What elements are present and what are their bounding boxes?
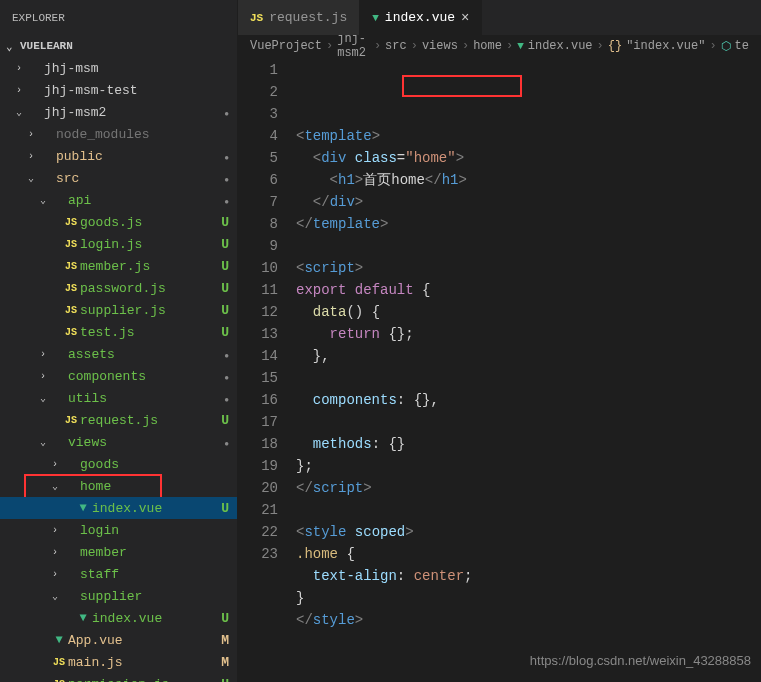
code-line[interactable]: methods: {} bbox=[296, 433, 761, 455]
code-line[interactable]: <div class="home"> bbox=[296, 147, 761, 169]
code-line[interactable] bbox=[296, 235, 761, 257]
tree-item-jhj-msm[interactable]: ›jhj-msm bbox=[0, 57, 237, 79]
git-status-badge bbox=[213, 369, 229, 384]
tree-item-main-js[interactable]: JSmain.jsM bbox=[0, 651, 237, 673]
tree-item-public[interactable]: ›public bbox=[0, 145, 237, 167]
tab-index-vue[interactable]: ▼index.vue× bbox=[360, 0, 482, 35]
project-header[interactable]: ⌄ VUELEARN bbox=[0, 35, 237, 57]
tree-item-label: views bbox=[68, 435, 213, 450]
tree-item-staff[interactable]: ›staff bbox=[0, 563, 237, 585]
tree-item-label: goods.js bbox=[80, 215, 213, 230]
chevron-down-icon: ⌄ bbox=[36, 436, 50, 448]
code-line[interactable]: return {}; bbox=[296, 323, 761, 345]
tree-item-label: components bbox=[68, 369, 213, 384]
chevron-right-icon: › bbox=[36, 349, 50, 360]
breadcrumb-tail[interactable]: te bbox=[735, 39, 749, 53]
tree-item-label: index.vue bbox=[92, 501, 213, 516]
code-line[interactable]: <template> bbox=[296, 125, 761, 147]
code-line[interactable]: <style scoped> bbox=[296, 521, 761, 543]
line-number: 17 bbox=[238, 411, 278, 433]
git-status-badge: U bbox=[213, 303, 229, 318]
chevron-right-icon: › bbox=[36, 371, 50, 382]
tree-item-request-js[interactable]: JSrequest.jsU bbox=[0, 409, 237, 431]
code-line[interactable]: }; bbox=[296, 455, 761, 477]
tree-item-login-js[interactable]: JSlogin.jsU bbox=[0, 233, 237, 255]
code-line[interactable]: export default { bbox=[296, 279, 761, 301]
tree-item-label: supplier bbox=[80, 589, 213, 604]
chevron-down-icon: ⌄ bbox=[24, 172, 38, 184]
tree-item-label: src bbox=[56, 171, 213, 186]
breadcrumb-part[interactable]: VueProject bbox=[250, 39, 322, 53]
line-number: 3 bbox=[238, 103, 278, 125]
tree-item-goods-js[interactable]: JSgoods.jsU bbox=[0, 211, 237, 233]
git-status-badge bbox=[213, 391, 229, 406]
vue-file-icon: ▼ bbox=[74, 611, 92, 625]
code-line[interactable]: </script> bbox=[296, 477, 761, 499]
tree-item-member[interactable]: ›member bbox=[0, 541, 237, 563]
code-line[interactable]: <h1>首页home</h1> bbox=[296, 169, 761, 191]
git-status-badge: U bbox=[213, 215, 229, 230]
code-line[interactable]: components: {}, bbox=[296, 389, 761, 411]
code-line[interactable]: </div> bbox=[296, 191, 761, 213]
code-line[interactable] bbox=[296, 367, 761, 389]
tree-item-permission-js[interactable]: JSpermission.jsU bbox=[0, 673, 237, 682]
tree-item-node_modules[interactable]: ›node_modules bbox=[0, 123, 237, 145]
breadcrumb-part[interactable]: jhj-msm2 bbox=[337, 35, 370, 57]
breadcrumb[interactable]: VueProject›jhj-msm2›src›views›home›▼inde… bbox=[238, 35, 761, 57]
tree-item-supplier[interactable]: ⌄supplier bbox=[0, 585, 237, 607]
tree-item-home[interactable]: ⌄home bbox=[0, 475, 237, 497]
tree-item-utils[interactable]: ⌄utils bbox=[0, 387, 237, 409]
tree-item-views[interactable]: ⌄views bbox=[0, 431, 237, 453]
editor-tabs: JSrequest.js▼index.vue× bbox=[238, 0, 761, 35]
chevron-right-icon: › bbox=[411, 39, 418, 53]
breadcrumb-part[interactable]: home bbox=[473, 39, 502, 53]
chevron-right-icon: › bbox=[24, 151, 38, 162]
tree-item-index-vue[interactable]: ▼index.vueU bbox=[0, 497, 237, 519]
chevron-right-icon: › bbox=[48, 569, 62, 580]
tree-item-goods[interactable]: ›goods bbox=[0, 453, 237, 475]
tree-item-supplier-js[interactable]: JSsupplier.jsU bbox=[0, 299, 237, 321]
chevron-right-icon: › bbox=[374, 39, 381, 53]
git-status-badge: U bbox=[213, 325, 229, 340]
code-line[interactable]: text-align: center; bbox=[296, 565, 761, 587]
tab-request-js[interactable]: JSrequest.js bbox=[238, 0, 360, 35]
breadcrumb-file[interactable]: index.vue bbox=[528, 39, 593, 53]
line-number: 21 bbox=[238, 499, 278, 521]
code-line[interactable]: </style> bbox=[296, 609, 761, 631]
code-line[interactable]: }, bbox=[296, 345, 761, 367]
chevron-down-icon: ⌄ bbox=[36, 194, 50, 206]
tree-item-assets[interactable]: ›assets bbox=[0, 343, 237, 365]
tree-item-App-vue[interactable]: ▼App.vueM bbox=[0, 629, 237, 651]
close-icon[interactable]: × bbox=[461, 10, 469, 26]
git-status-badge: M bbox=[213, 655, 229, 670]
tree-item-label: api bbox=[68, 193, 213, 208]
tree-item-member-js[interactable]: JSmember.jsU bbox=[0, 255, 237, 277]
tree-item-jhj-msm-test[interactable]: ›jhj-msm-test bbox=[0, 79, 237, 101]
line-number: 14 bbox=[238, 345, 278, 367]
code-line[interactable] bbox=[296, 499, 761, 521]
breadcrumb-part[interactable]: src bbox=[385, 39, 407, 53]
code-line[interactable] bbox=[296, 411, 761, 433]
chevron-right-icon: › bbox=[48, 547, 62, 558]
code-line[interactable]: data() { bbox=[296, 301, 761, 323]
code-line[interactable]: .home { bbox=[296, 543, 761, 565]
tree-item-jhj-msm2[interactable]: ⌄jhj-msm2 bbox=[0, 101, 237, 123]
tree-item-label: jhj-msm bbox=[44, 61, 213, 76]
code-line[interactable]: </template> bbox=[296, 213, 761, 235]
chevron-down-icon: ⌄ bbox=[48, 590, 62, 602]
tree-item-index-vue[interactable]: ▼index.vueU bbox=[0, 607, 237, 629]
git-status-badge bbox=[213, 193, 229, 208]
code-line[interactable]: <script> bbox=[296, 257, 761, 279]
line-number: 2 bbox=[238, 81, 278, 103]
tree-item-test-js[interactable]: JStest.jsU bbox=[0, 321, 237, 343]
breadcrumb-symbol[interactable]: "index.vue" bbox=[626, 39, 705, 53]
code-line[interactable]: } bbox=[296, 587, 761, 609]
tree-item-src[interactable]: ⌄src bbox=[0, 167, 237, 189]
tree-item-password-js[interactable]: JSpassword.jsU bbox=[0, 277, 237, 299]
chevron-right-icon: › bbox=[326, 39, 333, 53]
tree-item-components[interactable]: ›components bbox=[0, 365, 237, 387]
tree-item-login[interactable]: ›login bbox=[0, 519, 237, 541]
tree-item-api[interactable]: ⌄api bbox=[0, 189, 237, 211]
breadcrumb-part[interactable]: views bbox=[422, 39, 458, 53]
code-content[interactable]: <template> <div class="home"> <h1>首页home… bbox=[296, 57, 761, 682]
